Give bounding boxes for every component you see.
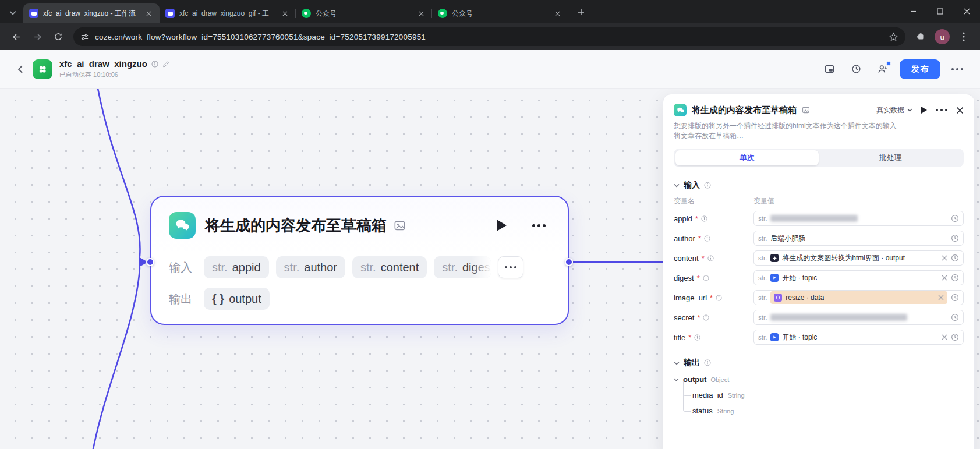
info-icon[interactable] <box>704 235 710 242</box>
draft-box-icon <box>802 106 810 114</box>
remove-value-icon[interactable] <box>942 334 947 340</box>
browser-menu-icon[interactable] <box>954 27 973 46</box>
avatar[interactable]: u <box>935 29 950 44</box>
browser-tab-mp-1[interactable]: 公众号 <box>296 3 432 23</box>
history-clock-icon[interactable] <box>951 254 959 262</box>
chevron-down-icon[interactable] <box>674 361 680 365</box>
info-icon[interactable] <box>707 255 714 261</box>
info-icon[interactable] <box>703 275 709 281</box>
window-maximize-button[interactable] <box>926 0 953 22</box>
pip-view-icon[interactable] <box>819 60 839 79</box>
more-menu-icon[interactable] <box>947 60 967 79</box>
forward-button[interactable] <box>28 27 47 46</box>
window-close-button[interactable] <box>953 0 980 22</box>
back-button[interactable] <box>7 27 26 46</box>
chevron-down-icon[interactable] <box>674 183 680 188</box>
info-icon[interactable] <box>703 314 709 321</box>
history-clock-icon[interactable] <box>951 313 959 321</box>
window-minimize-button[interactable] <box>900 0 926 22</box>
highlighted-value: resize · data <box>770 291 947 304</box>
value-input[interactable]: str. <box>753 211 964 226</box>
history-clock-icon[interactable] <box>951 214 959 222</box>
more-params-button[interactable] <box>498 256 523 278</box>
chevron-down-icon[interactable] <box>674 378 679 381</box>
bookmark-star-icon[interactable] <box>889 32 898 42</box>
info-icon[interactable] <box>704 359 711 366</box>
panel-title: 将生成的内容发布至草稿箱 <box>692 105 797 116</box>
workflow-canvas[interactable]: 将生成的内容发布至草稿箱 输入 str.appid str.author str… <box>0 89 980 449</box>
close-icon[interactable] <box>416 9 426 19</box>
node-output-label: 输出 <box>169 291 197 307</box>
browser-tab-mp-2[interactable]: 公众号 <box>432 3 568 23</box>
value-input[interactable]: str. 将生成的文案图转换为html界面 · output <box>753 250 964 266</box>
param-row-title: title* str. 开始 · topic <box>674 330 964 345</box>
browser-tab-workflow-gif[interactable]: xfc_ai_draw_xingzuo_gif - 工 <box>160 3 296 23</box>
notification-dot <box>886 61 891 66</box>
new-tab-button[interactable] <box>573 4 589 20</box>
run-mode-tabs: 单次 批处理 <box>674 149 964 167</box>
collaborators-icon[interactable] <box>873 60 893 79</box>
node-input-port[interactable] <box>146 258 154 266</box>
edit-pencil-icon[interactable] <box>162 61 169 68</box>
history-clock-icon[interactable] <box>951 333 959 341</box>
info-icon[interactable] <box>151 61 158 68</box>
tab-label: 公众号 <box>452 9 548 19</box>
remove-value-icon[interactable] <box>942 255 947 261</box>
node-more-icon[interactable] <box>527 215 550 236</box>
info-icon[interactable] <box>704 182 711 189</box>
value-input[interactable]: str. 开始 · topic <box>753 330 964 345</box>
node-output-port[interactable] <box>565 258 573 266</box>
history-clock-icon[interactable] <box>951 274 959 282</box>
back-chevron-icon[interactable] <box>13 62 28 77</box>
workflow-node-publish-draft[interactable]: 将生成的内容发布至草稿箱 输入 str.appid str.author str… <box>150 196 569 325</box>
data-mode-dropdown[interactable]: 真实数据 <box>876 105 912 115</box>
browser-tab-workflow[interactable]: xfc_ai_draw_xingzuo - 工作流 <box>23 3 160 23</box>
value-input[interactable]: str. 开始 · topic <box>753 270 964 285</box>
close-icon[interactable] <box>280 9 290 19</box>
output-field-row: status String <box>692 406 964 415</box>
output-tree: output Object media_id String status Str… <box>674 375 964 415</box>
history-icon[interactable] <box>846 60 866 79</box>
wechat-mp-favicon-icon <box>302 9 311 18</box>
close-icon[interactable] <box>144 9 154 19</box>
info-icon[interactable] <box>701 215 707 222</box>
node-description: 想要排版的将另外一个插件经过排版的html文本作为这个插件文本的输入 将文章存放… <box>674 121 964 141</box>
workspace-logo-icon <box>33 59 52 79</box>
extensions-icon[interactable] <box>911 27 930 46</box>
start-node-icon <box>770 333 779 341</box>
coze-favicon-icon <box>29 9 38 18</box>
param-row-appid: appid* str. <box>674 211 964 226</box>
value-input[interactable]: str. <box>753 310 964 325</box>
value-input[interactable]: str. resize · data <box>753 290 964 305</box>
remove-value-icon[interactable] <box>938 295 944 300</box>
page-title: xfc_ai_draw_xingzuo <box>59 59 147 69</box>
reload-button[interactable] <box>49 27 68 46</box>
history-clock-icon[interactable] <box>951 294 959 302</box>
browser-tab-strip: xfc_ai_draw_xingzuo - 工作流 xfc_ai_draw_xi… <box>0 0 980 23</box>
output-field-row: media_id String <box>692 391 964 399</box>
address-bar[interactable]: coze.cn/work_flow?workflow_id=7551031062… <box>73 27 905 46</box>
panel-run-button[interactable] <box>921 107 927 114</box>
node-run-button[interactable] <box>491 215 512 236</box>
publish-button[interactable]: 发布 <box>900 59 940 79</box>
tab-search-chevron-icon[interactable] <box>5 5 21 21</box>
site-settings-icon[interactable] <box>80 33 89 41</box>
history-clock-icon[interactable] <box>951 234 959 242</box>
panel-more-icon[interactable] <box>936 109 947 111</box>
info-icon[interactable] <box>716 295 722 301</box>
wechat-mp-favicon-icon <box>438 9 447 18</box>
info-icon[interactable] <box>694 334 700 341</box>
panel-close-icon[interactable] <box>956 107 964 114</box>
wechat-plugin-icon <box>674 104 687 116</box>
remove-value-icon[interactable] <box>942 275 947 281</box>
tab-label: 公众号 <box>316 9 412 19</box>
start-node-icon <box>770 274 779 282</box>
close-icon[interactable] <box>553 9 562 19</box>
node-input-row: 输入 str.appid str.author str.content str.… <box>169 256 550 278</box>
node-input-label: 输入 <box>169 260 197 275</box>
tab-single[interactable]: 单次 <box>675 150 819 165</box>
param-tag-appid: str.appid <box>204 256 269 278</box>
value-input[interactable]: str. 后端小肥肠 <box>753 231 964 246</box>
browser-toolbar: coze.cn/work_flow?workflow_id=7551031062… <box>0 23 980 50</box>
tab-batch[interactable]: 批处理 <box>819 150 962 165</box>
